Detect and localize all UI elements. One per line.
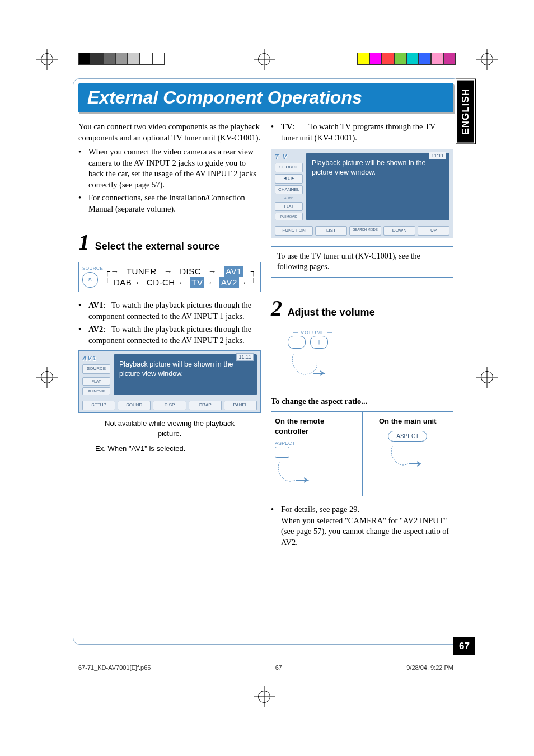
chapter-title: External Component Operations bbox=[78, 83, 453, 112]
source-chain-diagram: SOURCE S ┌→TUNER→DISC→AV1┐ └DAB←CD-CH←TV… bbox=[78, 262, 261, 293]
aspect-main-button: ASPECT bbox=[388, 431, 427, 442]
language-tab: ENGLISH bbox=[456, 79, 475, 144]
step-2-number: 2 bbox=[271, 295, 282, 321]
registration-mark bbox=[479, 51, 495, 67]
volume-control-diagram: — VOLUME — − + bbox=[271, 329, 453, 383]
step-2-label: Adjust the volume bbox=[288, 307, 375, 318]
aspect-heading: To change the aspect ratio... bbox=[271, 396, 453, 407]
press-gesture-icon bbox=[388, 442, 427, 472]
registration-mark bbox=[39, 369, 55, 385]
registration-mark bbox=[479, 369, 495, 385]
step-1-number: 1 bbox=[78, 229, 90, 255]
intro-text: You can connect two video components as … bbox=[78, 121, 261, 143]
av1-caption-2: Ex. When "AV1" is selected. bbox=[78, 444, 261, 454]
intro-bullet-1: When you connect the video camera as a r… bbox=[88, 147, 261, 190]
registration-mark bbox=[256, 51, 272, 67]
tv-ui-screenshot: T V SOURCE ◄1► CHANNEL AUTO FLAT PLIIMOV… bbox=[271, 149, 453, 238]
ui-source-button: SOURCE bbox=[82, 364, 110, 374]
tv-tuner-note: To use the TV tuner unit (KV-C1001), see… bbox=[271, 246, 453, 278]
color-bar bbox=[357, 53, 456, 65]
registration-mark bbox=[256, 689, 272, 705]
press-gesture-icon bbox=[275, 458, 314, 489]
aspect-control-box: On the remote controller ASPECT On the m… bbox=[271, 411, 453, 496]
intro-bullet-2: For connections, see the Installation/Co… bbox=[88, 192, 261, 214]
av1-ui-screenshot: AV1 SOURCE FLAT PLIIMOVIE 11:11 Playback… bbox=[78, 350, 261, 413]
page-footer: 67-71_KD-AV7001[E]f.p65 67 9/28/04, 9:22… bbox=[78, 664, 453, 671]
registration-mark bbox=[39, 51, 55, 67]
page-number: 67 bbox=[453, 637, 475, 655]
step-1-label: Select the external source bbox=[95, 241, 220, 252]
press-gesture-icon bbox=[288, 349, 327, 379]
grayscale-bar bbox=[78, 53, 165, 65]
av1-caption-1: Not available while viewing the playback… bbox=[78, 419, 261, 438]
